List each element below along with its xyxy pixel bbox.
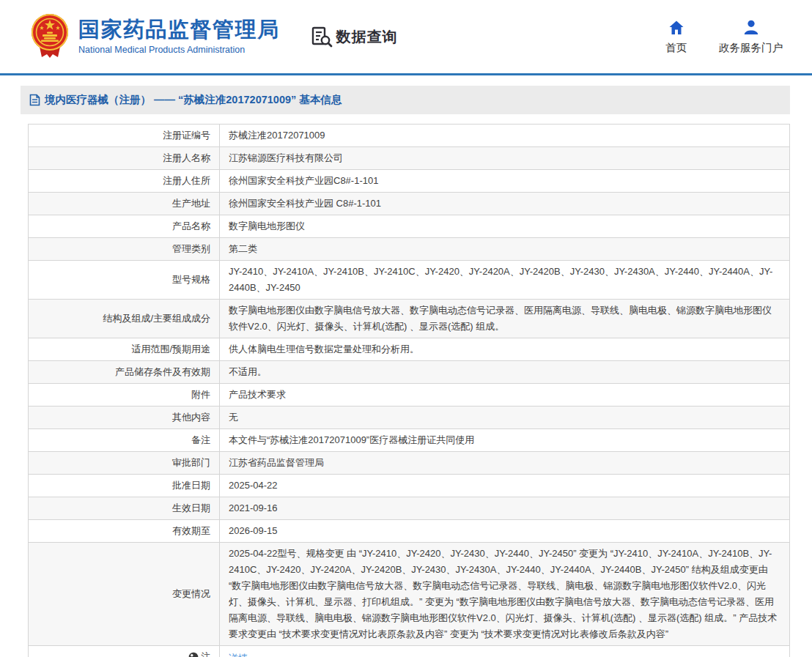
table-row-note: 注 详情	[29, 646, 790, 657]
row-value: 徐州国家安全科技产业园 C8#-1-101	[220, 193, 790, 215]
org-name-zh: 国家药品监督管理局	[78, 18, 280, 42]
row-value: 徐州国家安全科技产业园C8#-1-101	[220, 170, 790, 193]
row-label: 注册人住所	[29, 170, 220, 193]
row-label: 其他内容	[29, 407, 220, 429]
row-value: JY-2410、JY-2410A、JY-2410B、JY-2410C、JY-24…	[220, 261, 790, 300]
table-row: 注册证编号 苏械注准20172071009	[29, 125, 790, 147]
row-value: 2025-04-22	[220, 475, 790, 497]
row-label: 注	[29, 646, 220, 657]
table-row: 产品名称 数字脑电地形图仪	[29, 215, 790, 238]
page-header: 国家药品监督管理局 National Medical Products Admi…	[0, 0, 812, 73]
row-label: 生产地址	[29, 193, 220, 215]
nav-item-label: 首页	[665, 41, 687, 55]
table-row: 审批部门 江苏省药品监督管理局	[29, 452, 790, 475]
document-icon	[29, 94, 40, 106]
table-row: 型号规格 JY-2410、JY-2410A、JY-2410B、JY-2410C、…	[29, 261, 790, 300]
table-row: 批准日期 2025-04-22	[29, 475, 790, 497]
row-label: 适用范围/预期用途	[29, 338, 220, 361]
header-divider	[0, 73, 812, 75]
row-value: 2021-09-16	[220, 497, 790, 520]
row-label: 审批部门	[29, 452, 220, 475]
row-label: 备注	[29, 429, 220, 452]
table-row: 其他内容 无	[29, 407, 790, 429]
header-logo-link[interactable]: 国家药品监督管理局 National Medical Products Admi…	[28, 13, 280, 60]
document-search-icon	[311, 26, 333, 48]
row-value: 数字脑电地形图仪	[220, 215, 790, 238]
table-row: 注册人名称 江苏锦源医疗科技有限公司	[29, 147, 790, 170]
row-value: 本文件与“苏械注准20172071009”医疗器械注册证共同使用	[220, 429, 790, 452]
table-row: 生效日期 2021-09-16	[29, 497, 790, 520]
table-row-change-history: 变更情况 2025-04-22型号、规格变更 由 “JY-2410、JY-242…	[29, 543, 790, 646]
row-value: 不适用。	[220, 361, 790, 384]
registration-info-table: 注册证编号 苏械注准20172071009 注册人名称 江苏锦源医疗科技有限公司…	[28, 124, 790, 657]
note-balloon-icon	[188, 652, 199, 657]
row-label: 结构及组成/主要组成成分	[29, 300, 220, 338]
row-value: 供人体脑电生理信号数据定量处理和分析用。	[220, 338, 790, 361]
table-row: 产品储存条件及有效期 不适用。	[29, 361, 790, 384]
row-label: 注册证编号	[29, 125, 220, 147]
nav-item-label: 政务服务门户	[719, 41, 783, 55]
nav-item-home[interactable]: 首页	[665, 19, 687, 55]
nav-item-gov-portal[interactable]: 政务服务门户	[719, 19, 783, 55]
row-label: 注册人名称	[29, 147, 220, 170]
row-label: 管理类别	[29, 238, 220, 261]
row-value: 数字脑电地形图仪由数字脑电信号放大器、数字脑电动态信号记录器、医用隔离电源、导联…	[220, 300, 790, 338]
header-nav: 首页 政务服务门户	[665, 19, 783, 55]
table-row: 备注 本文件与“苏械注准20172071009”医疗器械注册证共同使用	[29, 429, 790, 452]
table-row: 适用范围/预期用途 供人体脑电生理信号数据定量处理和分析用。	[29, 338, 790, 361]
row-label: 型号规格	[29, 261, 220, 300]
national-emblem-icon	[28, 13, 72, 60]
data-query-label: 数据查询	[336, 27, 398, 47]
table-row: 有效期至 2026-09-15	[29, 520, 790, 543]
home-icon	[668, 19, 685, 37]
table-row: 生产地址 徐州国家安全科技产业园 C8#-1-101	[29, 193, 790, 215]
row-label: 产品储存条件及有效期	[29, 361, 220, 384]
row-label: 批准日期	[29, 475, 220, 497]
row-value: 产品技术要求	[220, 384, 790, 407]
user-icon	[742, 19, 760, 37]
details-link[interactable]: 详情	[229, 653, 248, 657]
table-row: 管理类别 第二类	[29, 238, 790, 261]
row-value: 江苏省药品监督管理局	[220, 452, 790, 475]
note-label-text: 注	[201, 649, 210, 657]
row-value: 江苏锦源医疗科技有限公司	[220, 147, 790, 170]
data-query-tab[interactable]: 数据查询	[311, 26, 398, 48]
table-row: 附件 产品技术要求	[29, 384, 790, 407]
row-label: 附件	[29, 384, 220, 407]
row-label: 生效日期	[29, 497, 220, 520]
row-label: 有效期至	[29, 520, 220, 543]
row-value: 无	[220, 407, 790, 429]
org-name-en: National Medical Products Administration	[78, 45, 280, 55]
breadcrumb: 境内医疗器械（注册） —— “苏械注准20172071009” 基本信息	[21, 86, 790, 114]
row-value: 2025-04-22型号、规格变更 由 “JY-2410、JY-2420、JY-…	[220, 543, 790, 646]
row-value: 2026-09-15	[220, 520, 790, 543]
row-value: 第二类	[220, 238, 790, 261]
row-label: 产品名称	[29, 215, 220, 238]
table-row: 结构及组成/主要组成成分 数字脑电地形图仪由数字脑电信号放大器、数字脑电动态信号…	[29, 300, 790, 338]
table-row: 注册人住所 徐州国家安全科技产业园C8#-1-101	[29, 170, 790, 193]
org-names: 国家药品监督管理局 National Medical Products Admi…	[78, 18, 280, 55]
row-label: 变更情况	[29, 543, 220, 646]
page-title: 境内医疗器械（注册） —— “苏械注准20172071009” 基本信息	[45, 93, 342, 107]
row-value: 苏械注准20172071009	[220, 125, 790, 147]
